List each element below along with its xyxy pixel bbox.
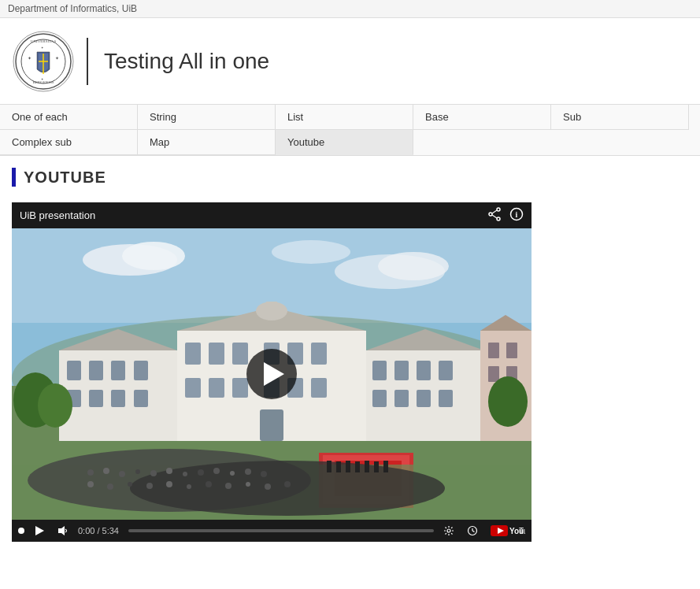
settings-button[interactable]	[440, 524, 457, 538]
tab-sub[interactable]: Sub	[551, 105, 689, 130]
svg-point-111	[447, 529, 450, 532]
svg-rect-56	[372, 361, 387, 380]
svg-point-13	[489, 213, 492, 216]
top-bar: Department of Informatics, UiB	[0, 0, 700, 18]
svg-point-86	[198, 469, 204, 476]
svg-rect-51	[89, 390, 103, 407]
svg-text:✦: ✦	[28, 56, 31, 61]
svg-line-14	[492, 210, 497, 213]
svg-point-12	[497, 217, 500, 220]
svg-point-99	[246, 482, 250, 487]
tab-youtube[interactable]: Youtube	[276, 130, 413, 155]
svg-point-81	[119, 471, 125, 477]
header-divider	[87, 38, 88, 85]
svg-rect-63	[439, 390, 453, 407]
svg-point-87	[213, 468, 220, 474]
svg-point-95	[166, 481, 172, 487]
video-top-bar: UiB presentation i	[12, 202, 531, 228]
heading-bar	[12, 168, 16, 187]
play-icon	[264, 362, 284, 386]
progress-bar[interactable]	[128, 529, 434, 532]
youtube-logo: You Tube	[491, 524, 525, 538]
svg-line-114	[472, 531, 475, 532]
tab-complex-sub[interactable]: Complex sub	[0, 130, 138, 155]
time-display: 0:00 / 5:34	[78, 526, 119, 535]
svg-point-72	[488, 376, 528, 427]
volume-button[interactable]	[54, 524, 72, 538]
play-pause-button[interactable]	[31, 524, 48, 538]
svg-rect-37	[185, 378, 201, 398]
video-icons: i	[487, 207, 524, 224]
tab-list[interactable]: List	[276, 105, 413, 130]
svg-point-84	[166, 468, 172, 474]
svg-point-78	[130, 461, 445, 516]
svg-point-92	[107, 483, 113, 490]
university-logo: UNIVERSITAS BERGENSIS ✦ ✦ ✦ ✦	[12, 30, 75, 93]
svg-rect-102	[327, 461, 331, 472]
timer-button[interactable]	[464, 524, 481, 538]
svg-point-80	[103, 468, 109, 474]
top-bar-title: Department of Informatics, UiB	[8, 3, 137, 14]
svg-rect-59	[439, 361, 453, 380]
svg-text:i: i	[516, 210, 518, 219]
svg-point-71	[38, 383, 72, 428]
svg-rect-108	[383, 461, 388, 472]
svg-rect-48	[111, 361, 125, 380]
tab-one-of-each[interactable]: One of each	[0, 105, 138, 130]
svg-rect-42	[311, 378, 327, 398]
svg-point-93	[128, 482, 132, 487]
svg-rect-33	[232, 343, 248, 365]
svg-point-85	[183, 472, 187, 476]
video-thumbnail[interactable]	[12, 228, 531, 520]
svg-point-11	[497, 208, 500, 211]
svg-rect-107	[374, 461, 379, 472]
svg-rect-62	[417, 390, 431, 407]
nav-tabs: One of each String List Base Sub Complex…	[0, 105, 700, 156]
svg-point-94	[146, 483, 153, 489]
svg-line-15	[492, 215, 497, 218]
svg-rect-49	[134, 361, 148, 380]
main-content: YOUTUBE UiB presentation	[0, 156, 567, 554]
info-icon[interactable]: i	[509, 207, 524, 224]
svg-rect-104	[346, 461, 350, 472]
svg-rect-60	[372, 390, 387, 407]
share-icon[interactable]	[487, 207, 502, 224]
nav-row-1: One of each String List Base Sub	[0, 105, 700, 130]
svg-text:UNIVERSITAS: UNIVERSITAS	[31, 39, 57, 43]
svg-point-90	[261, 471, 267, 477]
svg-rect-58	[417, 361, 431, 380]
tab-map[interactable]: Map	[138, 130, 276, 155]
svg-point-88	[230, 471, 235, 476]
svg-point-79	[87, 469, 94, 476]
header: UNIVERSITAS BERGENSIS ✦ ✦ ✦ ✦ Testing Al…	[0, 18, 700, 105]
svg-point-100	[265, 483, 271, 490]
svg-rect-57	[394, 361, 409, 380]
svg-marker-110	[58, 526, 65, 535]
svg-rect-52	[111, 390, 125, 407]
svg-point-24	[272, 240, 350, 264]
video-title: UiB presentation	[20, 209, 95, 221]
play-button[interactable]	[246, 349, 297, 399]
svg-point-21	[122, 242, 185, 270]
video-player: UiB presentation i	[12, 202, 531, 542]
svg-rect-103	[336, 461, 341, 472]
svg-point-83	[150, 470, 157, 476]
svg-rect-106	[365, 461, 369, 472]
svg-rect-38	[209, 378, 224, 398]
tab-string[interactable]: String	[138, 105, 276, 130]
svg-rect-53	[134, 390, 148, 407]
svg-rect-67	[506, 343, 517, 358]
svg-point-98	[225, 483, 231, 489]
svg-point-97	[206, 481, 212, 487]
svg-rect-105	[355, 461, 360, 472]
tab-base[interactable]: Base	[413, 105, 551, 130]
svg-marker-109	[35, 526, 44, 535]
nav-row-2: Complex sub Map Youtube	[0, 130, 700, 155]
svg-text:BERGENSIS: BERGENSIS	[32, 80, 54, 84]
logo-container: UNIVERSITAS BERGENSIS ✦ ✦ ✦ ✦	[12, 30, 75, 93]
section-title: YOUTUBE	[24, 169, 106, 187]
svg-rect-68	[488, 366, 499, 382]
svg-point-101	[284, 481, 291, 487]
svg-point-23	[378, 252, 449, 280]
video-controls: 0:00 / 5:34	[12, 520, 531, 542]
